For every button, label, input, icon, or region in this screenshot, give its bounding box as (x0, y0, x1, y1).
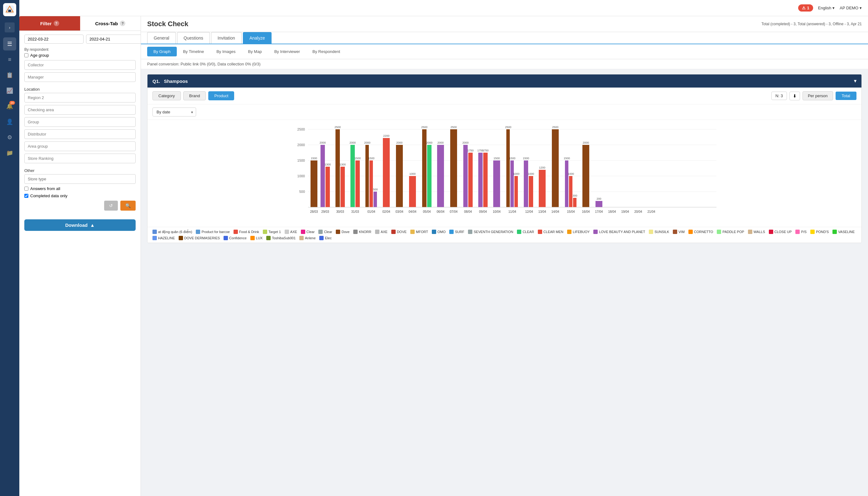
subtabs-bar: By Graph By Timeline By Images By Map By… (141, 44, 868, 59)
svg-text:1500: 1500 (493, 157, 500, 160)
date-from-input[interactable] (24, 35, 83, 44)
legend-label: AXE (381, 230, 387, 234)
alert-badge[interactable]: ⚠ 1 (798, 4, 813, 12)
download-button[interactable]: Download ▲ (24, 219, 136, 231)
sidebar-item-notifications[interactable]: 🔔 20 (3, 100, 16, 113)
legend-item: Target 1 (263, 230, 281, 234)
svg-text:300: 300 (573, 194, 577, 197)
area-group-input[interactable] (24, 141, 136, 151)
filter-body: By respondent Age group Location Other (19, 31, 141, 214)
svg-text:2000: 2000 (426, 141, 432, 144)
sidebar-toggle[interactable]: › (5, 22, 15, 32)
subtab-by-graph[interactable]: By Graph (147, 47, 177, 57)
sidebar-item-settings[interactable]: ⚙ (3, 131, 16, 144)
svg-text:2200: 2200 (383, 134, 390, 137)
question-collapse-icon[interactable]: ▾ (854, 78, 856, 84)
filter-tab[interactable]: Filter ? (19, 16, 80, 31)
right-panel: Stock Check Total (completed) - 3, Total… (141, 16, 868, 496)
svg-rect-2 (9, 10, 11, 12)
bar (569, 176, 573, 207)
user-menu[interactable]: AP DEMO ▾ (840, 5, 862, 10)
subtab-by-timeline[interactable]: By Timeline (177, 47, 210, 57)
svg-text:13/04: 13/04 (538, 210, 546, 213)
bar (350, 145, 355, 207)
checking-area-input[interactable] (24, 105, 136, 115)
svg-text:14/04: 14/04 (551, 210, 559, 213)
legend-item: CLEAR (517, 230, 534, 234)
completed-data-only-checkbox[interactable] (24, 194, 28, 198)
svg-text:2500: 2500 (298, 127, 305, 131)
bar (515, 176, 518, 207)
subtab-by-interviewer[interactable]: By Interviewer (268, 47, 306, 57)
sidebar-item-users[interactable]: 👤 (3, 115, 16, 128)
legend-label: CLOSE UP (775, 230, 792, 234)
sidebar-item-dashboard[interactable]: ☰ (3, 37, 16, 50)
legend-color (567, 230, 572, 234)
legend-label: CORNETTO (694, 230, 713, 234)
legend-color (649, 230, 653, 234)
sidebar-item-files[interactable]: 📁 (3, 146, 16, 159)
q-subtab-category[interactable]: Category (152, 91, 181, 100)
sidebar-item-analytics[interactable]: 📈 (3, 84, 16, 97)
per-person-button[interactable]: Per person (803, 91, 833, 100)
manager-input[interactable] (24, 72, 136, 82)
sidebar-item-list[interactable]: ≡ (3, 53, 16, 66)
svg-text:1000: 1000 (528, 172, 534, 175)
chart-filter-select[interactable]: By date (152, 108, 196, 117)
region-input[interactable] (24, 93, 136, 103)
question-subtabs: Category Brand Product N: 3 ⬇ Per person… (148, 88, 862, 104)
legend-item: CLEAR MEN (538, 230, 563, 234)
language-selector[interactable]: English ▾ (818, 5, 835, 10)
reset-button[interactable]: ↺ (104, 201, 118, 211)
q-subtab-brand[interactable]: Brand (183, 91, 206, 100)
subtab-by-map[interactable]: By Map (242, 47, 268, 57)
location-label: Location (24, 87, 136, 92)
answers-from-all-checkbox[interactable] (24, 187, 28, 191)
legend-item: SUNSILK (649, 230, 669, 234)
subtab-by-respondent[interactable]: By Respondent (306, 47, 346, 57)
svg-text:2000: 2000 (298, 143, 305, 147)
bar (483, 153, 488, 207)
subtab-by-images[interactable]: By Images (210, 47, 242, 57)
completed-data-only-label: Completed data only (30, 193, 67, 198)
download-arrow-icon: ▲ (90, 222, 95, 228)
age-group-checkbox[interactable] (24, 53, 28, 57)
legend-item: KNORR (353, 230, 371, 234)
tab-questions[interactable]: Questions (177, 32, 210, 44)
legend-color (810, 230, 815, 234)
sidebar-item-reports[interactable]: 📋 (3, 68, 16, 82)
legend-item: MFORT (410, 230, 428, 234)
svg-text:11/04: 11/04 (508, 210, 516, 213)
group-input[interactable] (24, 117, 136, 127)
store-type-select[interactable]: Store type (24, 174, 136, 184)
chart-download-icon[interactable]: ⬇ (789, 92, 800, 100)
q-subtab-product[interactable]: Product (208, 91, 234, 100)
svg-text:15/04: 15/04 (567, 210, 575, 213)
legend-label: Clear (306, 230, 315, 234)
n-badge: N: 3 (771, 92, 787, 100)
distributor-input[interactable] (24, 129, 136, 139)
legend-label: Product for barcoe (201, 230, 230, 234)
collector-input[interactable] (24, 60, 136, 70)
bar (506, 129, 510, 207)
panel-conversion: Panel conversion: Public link 0% (0/0), … (141, 59, 868, 69)
bar (422, 129, 427, 207)
bar (310, 160, 317, 207)
total-button[interactable]: Total (836, 92, 856, 100)
legend-item: POND'S (810, 230, 829, 234)
store-ranking-input[interactable] (24, 154, 136, 163)
age-group-label: Age group (30, 53, 49, 58)
legend-color (152, 236, 157, 240)
svg-text:1500: 1500 (354, 157, 361, 160)
tab-general[interactable]: General (147, 32, 176, 44)
filter-tab-label: Filter (40, 21, 52, 26)
tab-invitation[interactable]: Invitation (211, 32, 242, 44)
answers-from-all-row: Answers from all (24, 186, 136, 191)
legend-color (353, 230, 357, 234)
search-button[interactable]: 🔍 (120, 201, 136, 211)
date-to-input[interactable] (86, 35, 141, 44)
tab-analyze[interactable]: Analyze (243, 32, 272, 44)
crosstab-tab[interactable]: Cross-Tab ? (80, 16, 141, 31)
bar (409, 176, 416, 207)
legend-item: Clear (301, 230, 315, 234)
